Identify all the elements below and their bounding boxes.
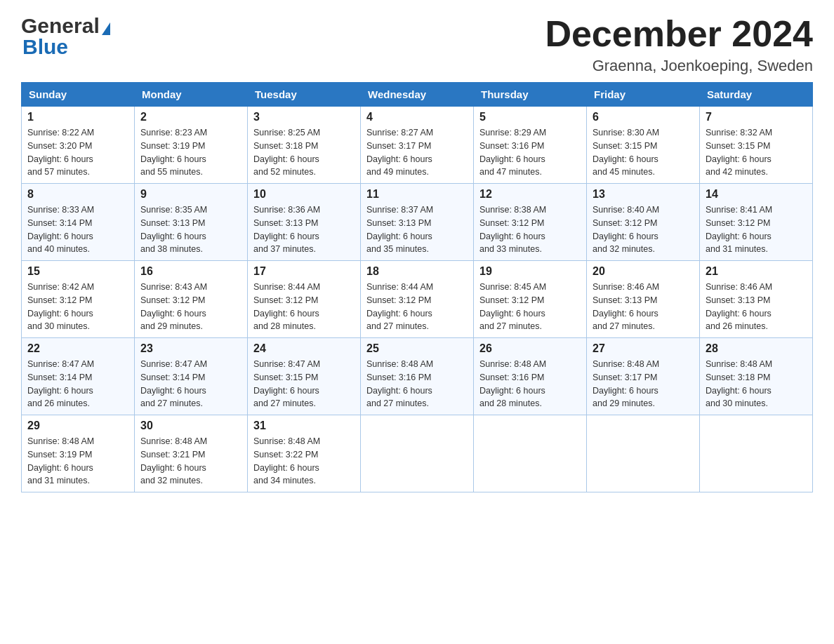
day-number: 19 [479, 265, 581, 278]
calendar-cell: 17Sunrise: 8:44 AMSunset: 3:12 PMDayligh… [248, 261, 361, 338]
day-info: Sunrise: 8:46 AMSunset: 3:13 PMDaylight:… [706, 281, 807, 333]
calendar-week-row: 22Sunrise: 8:47 AMSunset: 3:14 PMDayligh… [22, 338, 813, 415]
calendar-week-row: 15Sunrise: 8:42 AMSunset: 3:12 PMDayligh… [22, 261, 813, 338]
calendar-cell: 9Sunrise: 8:35 AMSunset: 3:13 PMDaylight… [135, 184, 248, 261]
day-info: Sunrise: 8:47 AMSunset: 3:15 PMDaylight:… [253, 358, 355, 410]
header-sunday: Sunday [22, 83, 135, 107]
day-number: 6 [593, 111, 694, 123]
day-number: 4 [366, 111, 468, 123]
calendar-cell: 20Sunrise: 8:46 AMSunset: 3:13 PMDayligh… [587, 261, 700, 338]
month-year-title: December 2024 [545, 14, 813, 54]
day-info: Sunrise: 8:36 AMSunset: 3:13 PMDaylight:… [253, 203, 355, 256]
day-info: Sunrise: 8:32 AMSunset: 3:15 PMDaylight:… [706, 126, 807, 179]
day-number: 31 [253, 420, 355, 432]
calendar-cell: 11Sunrise: 8:37 AMSunset: 3:13 PMDayligh… [361, 184, 474, 261]
header-tuesday: Tuesday [248, 83, 361, 107]
calendar-cell: 14Sunrise: 8:41 AMSunset: 3:12 PMDayligh… [700, 184, 813, 261]
calendar-cell: 6Sunrise: 8:30 AMSunset: 3:15 PMDaylight… [587, 107, 700, 184]
day-info: Sunrise: 8:22 AMSunset: 3:20 PMDaylight:… [27, 126, 128, 179]
logo-general-text: General [21, 14, 100, 38]
calendar-cell: 8Sunrise: 8:33 AMSunset: 3:14 PMDaylight… [22, 184, 135, 261]
day-number: 11 [366, 188, 468, 201]
header-thursday: Thursday [474, 83, 587, 107]
location-subtitle: Graenna, Joenkoeping, Sweden [545, 57, 813, 75]
day-info: Sunrise: 8:38 AMSunset: 3:12 PMDaylight:… [479, 203, 581, 256]
day-number: 9 [140, 188, 241, 201]
calendar-cell: 24Sunrise: 8:47 AMSunset: 3:15 PMDayligh… [248, 338, 361, 415]
day-number: 21 [706, 265, 807, 278]
calendar-cell: 21Sunrise: 8:46 AMSunset: 3:13 PMDayligh… [700, 261, 813, 338]
calendar-cell [361, 415, 474, 492]
day-info: Sunrise: 8:35 AMSunset: 3:13 PMDaylight:… [140, 203, 241, 256]
day-info: Sunrise: 8:27 AMSunset: 3:17 PMDaylight:… [366, 126, 468, 179]
calendar-table: SundayMondayTuesdayWednesdayThursdayFrid… [21, 82, 813, 492]
calendar-cell: 26Sunrise: 8:48 AMSunset: 3:16 PMDayligh… [474, 338, 587, 415]
calendar-week-row: 1Sunrise: 8:22 AMSunset: 3:20 PMDaylight… [22, 107, 813, 184]
day-info: Sunrise: 8:48 AMSunset: 3:21 PMDaylight:… [140, 435, 241, 488]
day-number: 1 [27, 111, 128, 123]
day-info: Sunrise: 8:40 AMSunset: 3:12 PMDaylight:… [593, 203, 694, 256]
day-number: 12 [479, 188, 581, 201]
day-info: Sunrise: 8:29 AMSunset: 3:16 PMDaylight:… [479, 126, 581, 179]
day-info: Sunrise: 8:48 AMSunset: 3:17 PMDaylight:… [593, 358, 694, 410]
calendar-week-row: 8Sunrise: 8:33 AMSunset: 3:14 PMDaylight… [22, 184, 813, 261]
calendar-cell: 18Sunrise: 8:44 AMSunset: 3:12 PMDayligh… [361, 261, 474, 338]
calendar-title-area: December 2024 Graenna, Joenkoeping, Swed… [545, 14, 813, 75]
day-number: 26 [479, 342, 581, 355]
header-friday: Friday [587, 83, 700, 107]
calendar-cell: 7Sunrise: 8:32 AMSunset: 3:15 PMDaylight… [700, 107, 813, 184]
day-number: 16 [140, 265, 241, 278]
day-info: Sunrise: 8:42 AMSunset: 3:12 PMDaylight:… [27, 281, 128, 333]
day-number: 3 [253, 111, 355, 123]
calendar-cell: 29Sunrise: 8:48 AMSunset: 3:19 PMDayligh… [22, 415, 135, 492]
day-info: Sunrise: 8:37 AMSunset: 3:13 PMDaylight:… [366, 203, 468, 256]
calendar-cell: 10Sunrise: 8:36 AMSunset: 3:13 PMDayligh… [248, 184, 361, 261]
day-number: 13 [593, 188, 694, 201]
day-number: 18 [366, 265, 468, 278]
day-number: 10 [253, 188, 355, 201]
day-info: Sunrise: 8:43 AMSunset: 3:12 PMDaylight:… [140, 281, 241, 333]
calendar-cell: 16Sunrise: 8:43 AMSunset: 3:12 PMDayligh… [135, 261, 248, 338]
calendar-cell: 4Sunrise: 8:27 AMSunset: 3:17 PMDaylight… [361, 107, 474, 184]
calendar-cell: 1Sunrise: 8:22 AMSunset: 3:20 PMDaylight… [22, 107, 135, 184]
day-info: Sunrise: 8:33 AMSunset: 3:14 PMDaylight:… [27, 203, 128, 256]
day-number: 14 [706, 188, 807, 201]
calendar-week-row: 29Sunrise: 8:48 AMSunset: 3:19 PMDayligh… [22, 415, 813, 492]
day-number: 5 [479, 111, 581, 123]
day-number: 28 [706, 342, 807, 355]
header-wednesday: Wednesday [361, 83, 474, 107]
calendar-cell: 27Sunrise: 8:48 AMSunset: 3:17 PMDayligh… [587, 338, 700, 415]
header-monday: Monday [135, 83, 248, 107]
day-info: Sunrise: 8:23 AMSunset: 3:19 PMDaylight:… [140, 126, 241, 179]
day-info: Sunrise: 8:46 AMSunset: 3:13 PMDaylight:… [593, 281, 694, 333]
logo-blue-text: Blue [22, 35, 68, 59]
day-number: 17 [253, 265, 355, 278]
calendar-cell: 22Sunrise: 8:47 AMSunset: 3:14 PMDayligh… [22, 338, 135, 415]
day-info: Sunrise: 8:44 AMSunset: 3:12 PMDaylight:… [253, 281, 355, 333]
day-info: Sunrise: 8:44 AMSunset: 3:12 PMDaylight:… [366, 281, 468, 333]
calendar-cell [474, 415, 587, 492]
calendar-cell: 30Sunrise: 8:48 AMSunset: 3:21 PMDayligh… [135, 415, 248, 492]
day-info: Sunrise: 8:45 AMSunset: 3:12 PMDaylight:… [479, 281, 581, 333]
calendar-cell: 31Sunrise: 8:48 AMSunset: 3:22 PMDayligh… [248, 415, 361, 492]
day-number: 24 [253, 342, 355, 355]
day-number: 7 [706, 111, 807, 123]
calendar-cell: 2Sunrise: 8:23 AMSunset: 3:19 PMDaylight… [135, 107, 248, 184]
calendar-cell: 3Sunrise: 8:25 AMSunset: 3:18 PMDaylight… [248, 107, 361, 184]
page-header: General Blue December 2024 Graenna, Joen… [21, 14, 813, 75]
day-number: 22 [27, 342, 128, 355]
calendar-cell [700, 415, 813, 492]
day-info: Sunrise: 8:48 AMSunset: 3:16 PMDaylight:… [366, 358, 468, 410]
header-saturday: Saturday [700, 83, 813, 107]
day-number: 29 [27, 420, 128, 432]
day-number: 27 [593, 342, 694, 355]
logo: General Blue [21, 14, 110, 59]
calendar-header-row: SundayMondayTuesdayWednesdayThursdayFrid… [22, 83, 813, 107]
day-info: Sunrise: 8:47 AMSunset: 3:14 PMDaylight:… [140, 358, 241, 410]
calendar-cell: 25Sunrise: 8:48 AMSunset: 3:16 PMDayligh… [361, 338, 474, 415]
day-number: 23 [140, 342, 241, 355]
calendar-cell: 5Sunrise: 8:29 AMSunset: 3:16 PMDaylight… [474, 107, 587, 184]
calendar-cell: 13Sunrise: 8:40 AMSunset: 3:12 PMDayligh… [587, 184, 700, 261]
day-info: Sunrise: 8:48 AMSunset: 3:22 PMDaylight:… [253, 435, 355, 488]
day-number: 8 [27, 188, 128, 201]
